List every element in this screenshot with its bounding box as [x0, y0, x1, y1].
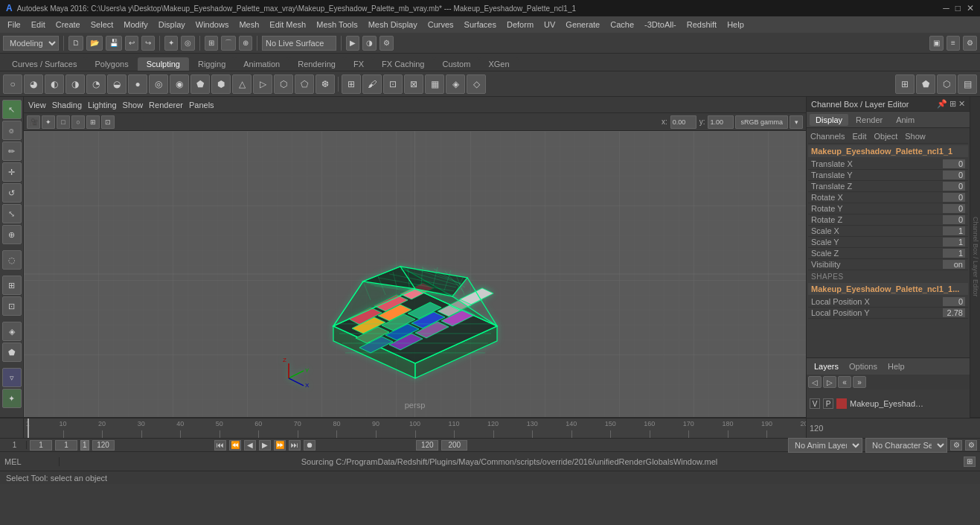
new-scene-btn[interactable]: 🗋 [68, 36, 83, 51]
menu-edit[interactable]: Edit [27, 19, 50, 31]
save-scene-btn[interactable]: 💾 [106, 36, 122, 51]
channel-scale-z[interactable]: Scale Z 1 [808, 248, 968, 259]
sculpt-smooth-btn[interactable]: ◐ [45, 74, 64, 94]
xform-constraints-btn[interactable]: ⊡ [2, 296, 22, 316]
soft-sel-btn[interactable]: ◌ [2, 250, 22, 270]
menu-mesh-tools[interactable]: Mesh Tools [312, 19, 362, 31]
coord-y-input[interactable] [708, 115, 734, 129]
tab-xgen[interactable]: XGen [479, 57, 518, 71]
layer-prev2-btn[interactable]: « [838, 376, 851, 388]
pb-prev-frame-btn[interactable]: ◀ [244, 440, 256, 451]
sculpt-relax-btn[interactable]: ○ [3, 74, 22, 94]
pb-current-input[interactable] [55, 440, 77, 451]
snap-curve-btn[interactable]: ⌒ [221, 36, 236, 51]
channel-box-btn[interactable]: ▣ [929, 36, 944, 51]
falloff-btn[interactable]: ⊠ [404, 74, 423, 94]
scale-tool-btn[interactable]: ⤡ [2, 204, 22, 223]
sculpt-imprint-btn[interactable]: ◎ [149, 74, 168, 94]
create-poly-btn[interactable]: ▿ [2, 368, 22, 387]
pb-frame-end-input[interactable] [416, 440, 438, 451]
menu-mesh-display[interactable]: Mesh Display [364, 19, 422, 31]
cb-menu-show[interactable]: Show [903, 131, 928, 141]
sculpt-grab-btn[interactable]: ◕ [24, 74, 43, 94]
sculpt-scrape-btn[interactable]: ⬟ [190, 74, 210, 94]
display-settings-btn[interactable]: ⬟ [916, 74, 935, 94]
pb-prev-key-btn[interactable]: ⏪ [229, 440, 241, 451]
cb-menu-object[interactable]: Object [871, 131, 900, 141]
tab-animation[interactable]: Animation [234, 57, 289, 71]
tab-rendering[interactable]: Rendering [289, 57, 345, 71]
display-smooth-btn[interactable]: ◈ [446, 74, 465, 94]
tab-polygons[interactable]: Polygons [86, 57, 137, 71]
rotate-tool-btn[interactable]: ↺ [2, 183, 22, 203]
select-btn[interactable]: ✦ [164, 36, 178, 51]
cb-tab-anim[interactable]: Anim [890, 114, 920, 126]
channel-visibility[interactable]: Visibility on [808, 259, 968, 270]
menu-create[interactable]: Create [51, 19, 85, 31]
snap-point-btn[interactable]: ⊕ [239, 36, 252, 51]
layer-next2-btn[interactable]: » [853, 376, 866, 388]
vp-menu-show[interactable]: Show [123, 101, 144, 109]
cb-pin-btn[interactable]: 📌 [937, 99, 947, 109]
display-poly-btn[interactable]: ▦ [425, 74, 444, 94]
cb-tab-render[interactable]: Render [850, 114, 888, 126]
sculpt-amplify-btn[interactable]: ⬠ [295, 74, 314, 94]
vp-toggle1-btn[interactable]: ⊞ [86, 115, 100, 129]
lasso-tool-btn[interactable]: ⌾ [2, 121, 22, 140]
layers-tab-help[interactable]: Help [883, 360, 909, 372]
channel-local-pos-x[interactable]: Local Position X 0 [808, 296, 968, 308]
layer-vis-btn[interactable]: V [810, 398, 820, 409]
vp-menu-renderer[interactable]: Renderer [149, 101, 183, 109]
channel-translate-y[interactable]: Translate Y 0 [808, 170, 968, 181]
custom-tools-btn[interactable]: ⬟ [2, 343, 22, 362]
char-set-select[interactable]: No Character Set [865, 438, 947, 453]
select-tool-btn[interactable]: ↖ [2, 100, 22, 119]
vp-menu-view[interactable]: View [28, 101, 46, 109]
close-btn[interactable]: ✕ [967, 3, 974, 13]
tab-fx[interactable]: FX [345, 57, 373, 71]
minimize-btn[interactable]: ─ [943, 3, 949, 13]
viewport-canvas[interactable]: Y X Z persp [24, 131, 806, 417]
sculpt-spray-btn[interactable]: ◒ [107, 74, 126, 94]
show-manipulator-btn[interactable]: ◈ [2, 322, 22, 341]
vp-menu-shading[interactable]: Shading [52, 101, 82, 109]
channel-scale-x[interactable]: Scale X 1 [808, 226, 968, 237]
channel-rotate-x[interactable]: Rotate X 0 [808, 192, 968, 203]
menu-mesh[interactable]: Mesh [234, 19, 263, 31]
cb-menu-channels[interactable]: Channels [808, 131, 847, 141]
cb-menu-edit[interactable]: Edit [850, 131, 868, 141]
snap-grid-btn[interactable]: ⊞ [205, 36, 218, 51]
ipr-btn[interactable]: ◑ [362, 36, 377, 51]
lasso-btn[interactable]: ◎ [181, 36, 195, 51]
viewport[interactable]: View Shading Lighting Show Renderer Pane… [24, 97, 806, 417]
menu-windows[interactable]: Windows [191, 19, 234, 31]
sculpt-smear-btn[interactable]: ▷ [253, 74, 272, 94]
paint-sel-btn[interactable]: ✏ [2, 141, 22, 161]
menu-curves[interactable]: Curves [423, 19, 458, 31]
menu-uv[interactable]: UV [539, 19, 560, 31]
tab-sculpting[interactable]: Sculpting [138, 57, 189, 71]
redo-btn[interactable]: ↪ [141, 36, 155, 51]
sym-btn[interactable]: ⊞ [342, 74, 361, 94]
vp-select-btn[interactable]: ✦ [42, 115, 55, 129]
layers-tab-layers[interactable]: Layers [810, 360, 843, 372]
sculpt-repeat-btn[interactable]: ● [128, 74, 147, 94]
color-profile-btn[interactable]: sRGB gamma [735, 115, 788, 129]
universal-tool-btn[interactable]: ⊕ [2, 225, 22, 244]
menu-select[interactable]: Select [86, 19, 118, 31]
sculpt-wax-btn[interactable]: ◉ [170, 74, 189, 94]
timeline-ruler[interactable]: 1102030405060708090100110120130140150160… [24, 418, 806, 438]
maximize-btn[interactable]: □ [955, 3, 961, 13]
menu-display[interactable]: Display [154, 19, 190, 31]
viewport-mode-btn[interactable]: ⬡ [937, 74, 956, 94]
sculpt-foamy-btn[interactable]: ◔ [86, 74, 106, 94]
menu-surfaces[interactable]: Surfaces [460, 19, 501, 31]
pb-settings-btn[interactable]: ⚙ [950, 440, 962, 451]
stamp-btn[interactable]: ⊡ [383, 74, 403, 94]
sculpt-freeze-btn[interactable]: ❆ [316, 74, 335, 94]
snap-together-btn[interactable]: ⊞ [2, 276, 22, 295]
menu-help[interactable]: Help [723, 19, 749, 31]
channel-scale-y[interactable]: Scale Y 1 [808, 237, 968, 248]
move-tool-btn[interactable]: ✛ [2, 162, 22, 182]
vp-cam-btn[interactable]: 🎥 [27, 115, 40, 129]
